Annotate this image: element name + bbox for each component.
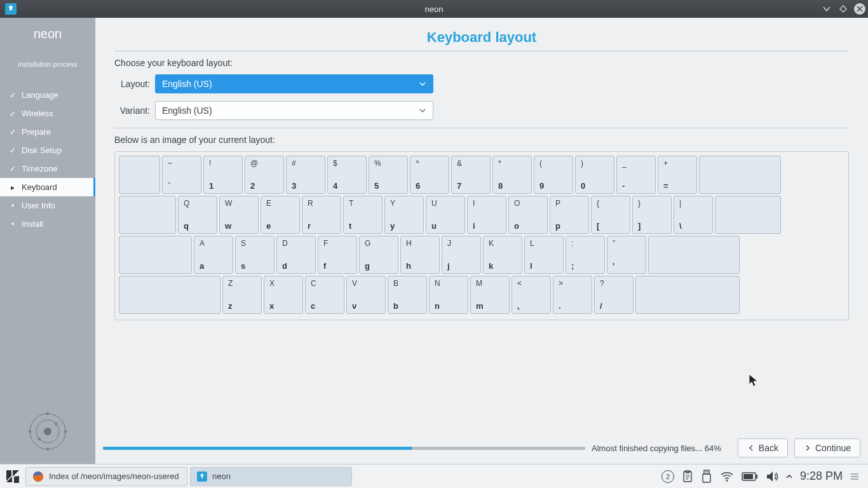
keyboard-key: &7 — [451, 156, 491, 194]
keyboard-key: ?/ — [594, 276, 634, 314]
step-language[interactable]: ✓Language — [0, 86, 95, 104]
keyboard-key: Yy — [384, 196, 424, 234]
window-minimize-icon[interactable] — [821, 3, 832, 15]
variant-field-label: Variant: — [114, 105, 150, 116]
page-title: Keyboard layout — [114, 29, 849, 46]
keyboard-key: Qq — [178, 196, 217, 234]
continue-button[interactable]: Continue — [794, 438, 860, 458]
keyboard-key: Oo — [508, 196, 548, 234]
keyboard-key: Ww — [219, 196, 259, 234]
svg-rect-15 — [703, 474, 710, 482]
keyboard-key: (9 — [534, 156, 573, 194]
keyboard-key: *8 — [492, 156, 532, 194]
step-state-icon: • — [9, 220, 17, 229]
step-label: Disk Setup — [22, 146, 62, 155]
window-app-icon — [4, 2, 18, 16]
window-title: neon — [425, 4, 444, 14]
keyboard-key: >. — [553, 276, 592, 314]
keyboard-key: ~` — [162, 156, 201, 194]
keyboard-key: Gg — [359, 236, 398, 274]
keyboard-key: Ff — [318, 236, 357, 274]
keyboard-key: ^6 — [410, 156, 449, 194]
taskbar-item[interactable]: neon — [190, 467, 352, 486]
step-label: User Info — [22, 201, 55, 210]
svg-point-18 — [726, 479, 728, 481]
window-maximize-icon[interactable] — [837, 3, 849, 15]
keyboard-key: Kk — [483, 236, 522, 274]
step-disk-setup[interactable]: ✓Disk Setup — [0, 141, 95, 159]
step-label: Timezone — [22, 164, 58, 173]
preview-label: Below is an image of your current layout… — [114, 135, 849, 145]
app-launcher-button[interactable] — [3, 466, 23, 487]
step-state-icon: ▸ — [9, 183, 17, 192]
variant-select-value: English (US) — [162, 105, 212, 116]
keyboard-key-blank — [119, 156, 160, 194]
chevron-down-icon — [419, 107, 426, 114]
layout-select[interactable]: English (US) — [155, 74, 433, 93]
step-prepare[interactable]: ✓Prepare — [0, 123, 95, 141]
keyboard-key: Hh — [400, 236, 440, 274]
tray-expand-icon[interactable] — [786, 473, 792, 480]
step-keyboard[interactable]: ▸Keyboard — [0, 178, 95, 196]
battery-icon[interactable] — [742, 472, 758, 481]
updates-badge[interactable]: 2 — [661, 470, 674, 483]
step-label: Keyboard — [22, 182, 57, 192]
layout-field-label: Layout: — [114, 79, 150, 89]
keyboard-key: <, — [512, 276, 551, 314]
svg-rect-14 — [704, 470, 709, 474]
chevron-down-icon — [419, 80, 426, 88]
svg-point-6 — [29, 430, 31, 433]
step-label: Prepare — [22, 127, 51, 137]
step-state-icon: • — [9, 201, 17, 210]
keyboard-key: Cc — [305, 276, 344, 314]
svg-point-3 — [44, 428, 51, 435]
keyboard-key-blank — [119, 276, 220, 314]
keyboard-key: {[ — [591, 196, 630, 234]
keyboard-key-blank — [699, 156, 781, 194]
keyboard-key: += — [658, 156, 697, 194]
step-wireless[interactable]: ✓Wireless — [0, 104, 95, 123]
keyboard-key: Uu — [426, 196, 465, 234]
installer-icon — [197, 471, 207, 482]
keyboard-key: Nn — [429, 276, 468, 314]
layout-select-value: English (US) — [162, 79, 212, 89]
taskbar-item-label: Index of /neon/images/neon-usered — [49, 471, 179, 481]
keyboard-key-blank — [119, 196, 176, 234]
keyboard-key-blank — [119, 236, 192, 274]
back-button[interactable]: Back — [738, 438, 788, 458]
keyboard-key: Zz — [222, 276, 262, 314]
usb-device-icon[interactable] — [701, 470, 712, 484]
window-close-icon[interactable] — [854, 3, 865, 15]
keyboard-key-blank — [635, 276, 740, 314]
step-timezone[interactable]: ✓Timezone — [0, 159, 95, 178]
svg-point-5 — [46, 448, 49, 451]
step-state-icon: ✓ — [9, 128, 17, 137]
svg-point-7 — [64, 430, 67, 433]
chevron-left-icon — [747, 444, 755, 452]
volume-icon[interactable] — [766, 471, 778, 482]
keyboard-key: Aa — [194, 236, 233, 274]
keyboard-key-blank — [648, 236, 740, 274]
step-state-icon: ✓ — [9, 91, 17, 100]
clock[interactable]: 9:28 PM — [800, 470, 843, 483]
step-state-icon: ✓ — [9, 146, 17, 155]
divider — [114, 128, 849, 128]
keyboard-key: Rr — [302, 196, 341, 234]
install-progress-bar — [103, 447, 585, 450]
variant-select[interactable]: English (US) — [155, 101, 433, 120]
step-install[interactable]: •Install — [0, 215, 95, 233]
svg-rect-16 — [705, 471, 707, 472]
taskbar-item[interactable]: Index of /neon/images/neon-usered — [25, 467, 187, 486]
wifi-icon[interactable] — [720, 471, 734, 482]
step-state-icon: ✓ — [9, 109, 17, 118]
system-tray: 2 9:28 PM — [661, 470, 865, 484]
menu-icon[interactable] — [850, 472, 859, 481]
keyboard-key: |\ — [674, 196, 713, 234]
keyboard-key: !1 — [203, 156, 243, 194]
keyboard-key: Mm — [470, 276, 510, 314]
keyboard-key: :; — [566, 236, 605, 274]
step-user-info[interactable]: •User Info — [0, 196, 95, 215]
sidebar: neon installation process ✓Language✓Wire… — [0, 18, 95, 464]
keyboard-key: _- — [616, 156, 656, 194]
clipboard-icon[interactable] — [682, 470, 693, 483]
